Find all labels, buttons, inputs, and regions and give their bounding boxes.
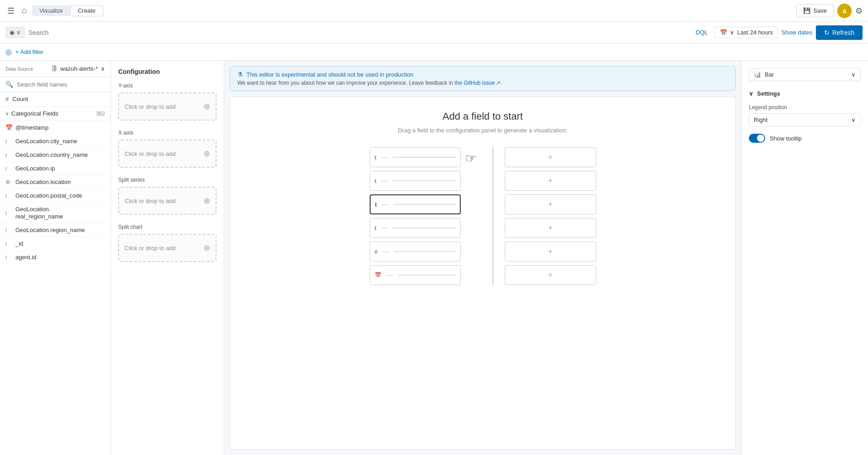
viz-right-row-2[interactable]: + [505,171,596,191]
breadcrumb-visualize[interactable]: Visualize [32,5,70,16]
chevron-down-icon: ∨ [851,116,856,123]
field-name: GeoLocation.postal_code [15,192,82,199]
text-icon: t [375,201,377,208]
text-icon: t [5,193,12,198]
count-icon: # [5,96,9,102]
settings-label[interactable]: ∨ Settings [749,90,861,97]
section-label: Categorical Fields [11,110,93,117]
list-item[interactable]: t agent.id [0,251,111,264]
viz-right-row-6[interactable]: + [505,265,596,285]
search-icon: 🔍 [5,81,13,88]
banner-title: ⚗ This editor is experimental and should… [237,71,728,78]
split-chart-drop-zone[interactable]: Click or drop to add ⊕ [118,234,217,262]
list-item[interactable]: t GeoLocation.real_region_name [0,203,111,223]
search-input[interactable] [29,29,689,36]
show-dates-button[interactable]: Show dates [781,29,812,36]
github-link[interactable]: the GitHub issue ↗ [454,80,501,86]
chevron-down-icon: ∨ [16,29,21,36]
viz-right-row-3[interactable]: + [505,194,596,214]
viz-right-row-4[interactable]: + [505,218,596,238]
split-chart-label: Split chart [118,224,217,230]
x-axis-drop-zone[interactable]: Click or drop to add ⊕ [118,140,217,168]
viz-row-2: t — [370,171,461,191]
count-field-item[interactable]: # Count [0,92,111,106]
chevron-down-icon: ∨ [101,65,105,72]
plus-icon: ⊕ [203,243,210,253]
filter-circle-icon[interactable]: ◎ [5,48,12,56]
time-range-label: Last 24 hours [737,29,773,36]
list-item[interactable]: t GeoLocation.country_name [0,148,111,162]
list-item[interactable]: t _id [0,237,111,251]
home-icon[interactable]: ⌂ [20,4,29,17]
visualization-area: Add a field to start Drag a field to the… [230,97,736,450]
list-item[interactable]: t GeoLocation.region_name [0,223,111,237]
x-axis-label: X-axis [118,130,217,136]
field-search-input[interactable] [17,81,105,88]
list-item[interactable]: t GeoLocation.postal_code [0,189,111,203]
y-axis-drop-zone[interactable]: Click or drop to add ⊕ [118,92,217,121]
viz-right-row-5[interactable]: + [505,242,596,261]
field-name: @timestamp [15,124,48,131]
field-list: # Count ∨ Categorical Fields 362 📅 @time… [0,92,111,455]
chart-type-selector[interactable]: 📊 Bar ∨ [749,68,861,81]
list-item[interactable]: ⊕ GeoLocation.location [0,175,111,189]
breadcrumb-create[interactable]: Create [70,5,103,16]
plus-icon: ⊕ [203,196,210,206]
experimental-banner: ⚗ This editor is experimental and should… [230,66,736,91]
field-search-box: 🔍 [0,77,111,92]
y-axis-label: Y-axis [118,82,217,89]
field-name: GeoLocation.real_region_name [15,206,63,220]
categorical-fields-section[interactable]: ∨ Categorical Fields 362 [0,106,111,121]
config-panel: Configuration Y-axis Click or drop to ad… [111,61,224,455]
bar-chart-icon: 📊 [754,71,761,78]
drag-cursor-icon: ☞ [465,151,477,166]
split-series-drop-zone[interactable]: Click or drop to add ⊕ [118,187,217,215]
save-icon: 💾 [803,7,810,14]
add-filter-bar: ◎ + Add filter [0,44,868,61]
date-icon: 📅 [5,124,12,131]
flask-icon: ⚗ [237,71,243,78]
viz-illustration: t — t — t — t [370,147,596,285]
text-icon: t [5,241,12,247]
text-icon: t [5,228,12,233]
viz-row-3-highlighted: t — [370,194,461,214]
dql-button[interactable]: DQL [692,27,712,38]
viz-right-row-1[interactable]: + [505,147,596,167]
text-icon: t [5,255,12,260]
count-label: Count [12,96,28,102]
time-range-button[interactable]: 📅 ∨ Last 24 hours [715,27,778,38]
top-nav: ☰ ⌂ Visualize Create 💾 Save a ⚙ [0,0,868,22]
chevron-down-icon: ∨ [730,29,734,36]
split-chart-section: Split chart Click or drop to add ⊕ [118,224,217,262]
text-icon: t [375,178,376,184]
settings-section: ∨ Settings Legend position Right ∨ Show … [749,90,861,143]
refresh-icon: ↻ [824,29,829,36]
viz-subtitle: Drag a field to the configuration panel … [398,127,567,134]
gear-icon[interactable]: ⚙ [855,6,863,16]
config-title: Configuration [118,68,217,75]
chevron-down-icon: ∨ [749,90,753,97]
list-item[interactable]: t GeoLocation.ip [0,162,111,175]
hamburger-icon[interactable]: ☰ [5,4,16,18]
source-icon: ◉ [10,29,14,36]
split-series-label: Split series [118,177,217,183]
field-name: GeoLocation.location [15,179,71,185]
avatar[interactable]: a [837,4,852,18]
save-button[interactable]: 💾 Save [796,4,834,17]
field-name: GeoLocation.city_name [15,138,77,145]
data-source-button[interactable]: ◉ ∨ [5,27,25,38]
data-source-value[interactable]: 🗄 wazuh-alerts-* ∨ [52,65,105,72]
right-panel: 📊 Bar ∨ ∨ Settings Legend position Right… [741,61,868,455]
legend-position-select[interactable]: Right ∨ [749,113,861,126]
main-layout: Data Source 🗄 wazuh-alerts-* ∨ 🔍 # Count… [0,61,868,455]
list-item[interactable]: t GeoLocation.city_name [0,135,111,148]
field-name: GeoLocation.ip [15,165,55,172]
add-filter-button[interactable]: + Add filter [15,48,43,55]
legend-position-label: Legend position [749,104,861,111]
banner-text: We want to hear from you about how we ca… [237,80,728,86]
refresh-button[interactable]: ↻ Refresh [816,25,863,40]
show-tooltip-toggle[interactable] [749,134,765,143]
list-item[interactable]: 📅 @timestamp [0,121,111,135]
center-panel: ⚗ This editor is experimental and should… [224,61,741,455]
show-tooltip-setting: Show tooltip [749,134,861,143]
